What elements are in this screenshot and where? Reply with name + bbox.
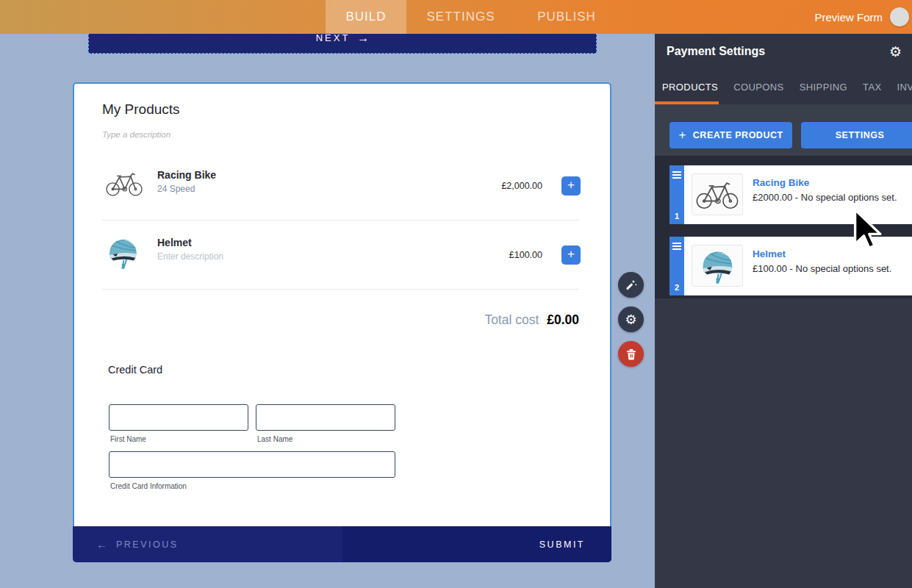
payment-field-card[interactable]: My Products Type a description Racing Bi… — [73, 82, 611, 562]
product-details: £2000.00 - No special options set. — [753, 192, 897, 203]
first-name-label: First Name — [110, 435, 146, 443]
product-thumbnail — [692, 173, 743, 215]
delete-field-button[interactable] — [618, 341, 644, 367]
arrow-left-icon: ← — [96, 538, 107, 551]
product-index: 2 — [669, 283, 684, 292]
divider — [102, 220, 579, 220]
racing-bike-image — [695, 179, 739, 211]
previous-button-label: PREVIOUS — [116, 539, 179, 550]
wizard-button[interactable] — [618, 272, 644, 298]
submit-button-label: SUBMIT — [539, 539, 585, 550]
top-nav-tabs: BUILD SETTINGS PUBLISH — [326, 0, 618, 34]
product-description: 24 Speed — [157, 184, 195, 194]
products-field-description-placeholder[interactable]: Type a description — [102, 130, 170, 139]
field-action-buttons: ⚙ — [618, 272, 644, 367]
next-button-label: NEXT — [316, 32, 351, 43]
panel-tab-coupons[interactable]: COUPONS — [733, 82, 784, 93]
create-product-label: CREATE PRODUCT — [693, 130, 783, 140]
product-name-link[interactable]: Racing Bike — [753, 177, 897, 188]
drag-handle-icon[interactable] — [672, 243, 681, 251]
panel-tab-shipping[interactable]: SHIPPING — [800, 82, 847, 93]
drag-strip: 2 — [669, 237, 684, 295]
products-field-title[interactable]: My Products — [102, 101, 180, 118]
credit-card-info-label: Credit Card Information — [110, 482, 187, 490]
product-thumbnail — [692, 245, 743, 287]
panel-header: Payment Settings ⚙ — [655, 34, 912, 69]
previous-button[interactable]: ← PREVIOUS — [73, 526, 342, 562]
drag-handle-icon[interactable] — [672, 171, 681, 180]
total-cost-row: Total cost £0.00 — [484, 312, 579, 328]
product-list-item[interactable]: 2 Helmet £100.00 - No special options s — [669, 237, 912, 295]
panel-tab-tax[interactable]: TAX — [863, 82, 882, 93]
panel-tab-bar: PRODUCTS COUPONS SHIPPING TAX INVOICE — [655, 69, 912, 104]
payment-settings-panel: Payment Settings ⚙ PRODUCTS COUPONS SHIP… — [655, 34, 912, 588]
tab-publish[interactable]: PUBLISH — [515, 0, 618, 34]
field-settings-button[interactable]: ⚙ — [618, 306, 644, 332]
product-name: Helmet — [157, 237, 192, 248]
product-description-placeholder: Enter description — [157, 251, 223, 262]
product-price: £2,000.00 — [501, 181, 542, 191]
divider — [102, 289, 579, 290]
first-name-input[interactable] — [109, 404, 248, 431]
panel-settings-button[interactable]: SETTINGS — [801, 122, 912, 148]
helmet-image — [698, 247, 736, 285]
add-product-button[interactable]: + — [561, 176, 581, 196]
panel-title: Payment Settings — [667, 45, 765, 58]
product-name: Racing Bike — [157, 169, 216, 181]
magic-wand-icon — [625, 279, 637, 291]
last-name-input[interactable] — [256, 404, 395, 431]
plus-icon: + — [678, 128, 686, 143]
submit-button[interactable]: SUBMIT — [342, 526, 611, 562]
credit-card-heading: Credit Card — [108, 364, 162, 376]
top-nav-bar: BUILD SETTINGS PUBLISH Preview Form — [0, 0, 912, 34]
panel-tab-products[interactable]: PRODUCTS — [662, 82, 718, 93]
product-details: £100.00 - No special options set. — [753, 263, 891, 274]
product-name-link[interactable]: Helmet — [753, 248, 891, 259]
create-product-button[interactable]: + CREATE PRODUCT — [669, 122, 792, 148]
tab-build[interactable]: BUILD — [326, 0, 406, 34]
preview-form-toggle[interactable] — [890, 7, 909, 26]
form-footer: ← PREVIOUS SUBMIT — [73, 526, 611, 562]
product-list-item[interactable]: 1 — [669, 165, 912, 224]
trash-icon — [626, 348, 636, 360]
preview-form-label: Preview Form — [814, 11, 883, 24]
product-list: 1 — [655, 156, 912, 298]
gear-icon[interactable]: ⚙ — [889, 43, 902, 60]
product-index: 1 — [669, 212, 684, 220]
gear-icon: ⚙ — [625, 313, 636, 326]
panel-tab-invoice[interactable]: INVOICE — [897, 82, 912, 93]
total-cost-label: Total cost — [484, 312, 539, 327]
panel-action-row: + CREATE PRODUCT SETTINGS — [655, 104, 912, 156]
tab-settings[interactable]: SETTINGS — [406, 0, 515, 34]
credit-card-number-input[interactable] — [109, 451, 395, 478]
panel-settings-label: SETTINGS — [836, 130, 885, 140]
total-cost-value: £0.00 — [547, 312, 579, 327]
last-name-label: Last Name — [257, 435, 292, 443]
add-product-button[interactable]: + — [561, 245, 581, 265]
drag-strip: 1 — [669, 165, 684, 224]
helmet-image — [105, 233, 140, 273]
racing-bike-image — [105, 168, 143, 199]
product-price: £100.00 — [509, 250, 542, 260]
